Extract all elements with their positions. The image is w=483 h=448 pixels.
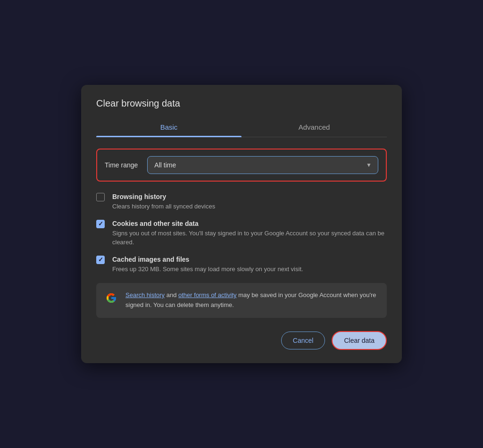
tab-basic[interactable]: Basic	[96, 118, 242, 137]
dialog-footer: Cancel Clear data	[96, 331, 387, 350]
list-item: ✓ Cookies and other site data Signs you …	[96, 220, 387, 247]
list-item: ✓ Cached images and files Frees up 320 M…	[96, 256, 387, 274]
clear-data-button[interactable]: Clear data	[332, 331, 387, 350]
checkmark-icon: ✓	[98, 257, 103, 263]
time-range-section: Time range All time Last hour Last 24 ho…	[96, 149, 387, 182]
browsing-history-desc: Clears history from all synced devices	[112, 202, 387, 211]
cached-images-title: Cached images and files	[112, 256, 387, 263]
clear-browsing-data-dialog: Clear browsing data Basic Advanced Time …	[81, 85, 402, 363]
tab-advanced[interactable]: Advanced	[242, 118, 387, 137]
options-list: Browsing history Clears history from all…	[96, 193, 387, 274]
cookies-text: Cookies and other site data Signs you ou…	[112, 220, 387, 247]
cancel-button[interactable]: Cancel	[281, 332, 325, 349]
time-range-select-wrapper: All time Last hour Last 24 hours Last 7 …	[147, 156, 378, 174]
time-range-select[interactable]: All time Last hour Last 24 hours Last 7 …	[147, 156, 378, 174]
google-notice: Search history and other forms of activi…	[96, 283, 387, 318]
browsing-history-title: Browsing history	[112, 193, 387, 200]
browsing-history-checkbox[interactable]	[96, 193, 105, 201]
other-activity-link[interactable]: other forms of activity	[178, 291, 237, 299]
cookies-title: Cookies and other site data	[112, 220, 387, 227]
cached-images-text: Cached images and files Frees up 320 MB.…	[112, 256, 387, 274]
time-range-label: Time range	[105, 161, 138, 169]
dialog-title: Clear browsing data	[96, 98, 387, 109]
list-item: Browsing history Clears history from all…	[96, 193, 387, 211]
cookies-checkbox[interactable]: ✓	[96, 220, 105, 228]
checkmark-icon: ✓	[98, 221, 103, 227]
google-notice-text: Search history and other forms of activi…	[125, 290, 378, 310]
cached-images-checkbox[interactable]: ✓	[96, 256, 105, 264]
cookies-desc: Signs you out of most sites. You'll stay…	[112, 229, 387, 247]
tabs-container: Basic Advanced	[96, 118, 387, 137]
browsing-history-text: Browsing history Clears history from all…	[112, 193, 387, 211]
google-icon	[105, 291, 118, 305]
cached-images-desc: Frees up 320 MB. Some sites may load mor…	[112, 265, 387, 274]
search-history-link[interactable]: Search history	[125, 291, 165, 299]
